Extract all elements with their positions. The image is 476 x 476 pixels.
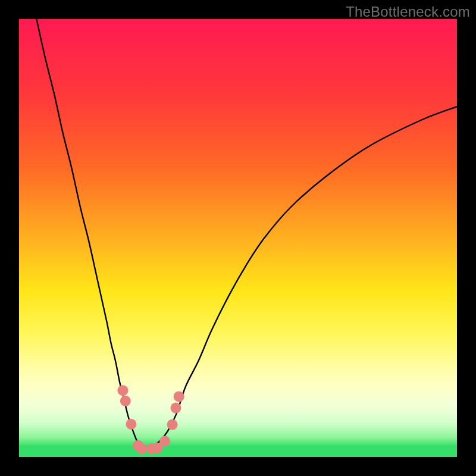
data-marker — [120, 396, 131, 406]
data-marker — [174, 391, 184, 402]
data-marker — [136, 443, 147, 454]
data-marker — [117, 385, 128, 396]
data-marker — [170, 403, 181, 414]
chart-frame — [19, 19, 457, 457]
watermark-text: TheBottleneck.com — [346, 4, 470, 20]
data-marker — [126, 419, 136, 430]
green-band — [19, 447, 457, 457]
data-marker — [159, 436, 170, 447]
bottleneck-chart — [19, 19, 457, 457]
heat-gradient — [19, 19, 457, 457]
data-marker — [167, 419, 178, 430]
